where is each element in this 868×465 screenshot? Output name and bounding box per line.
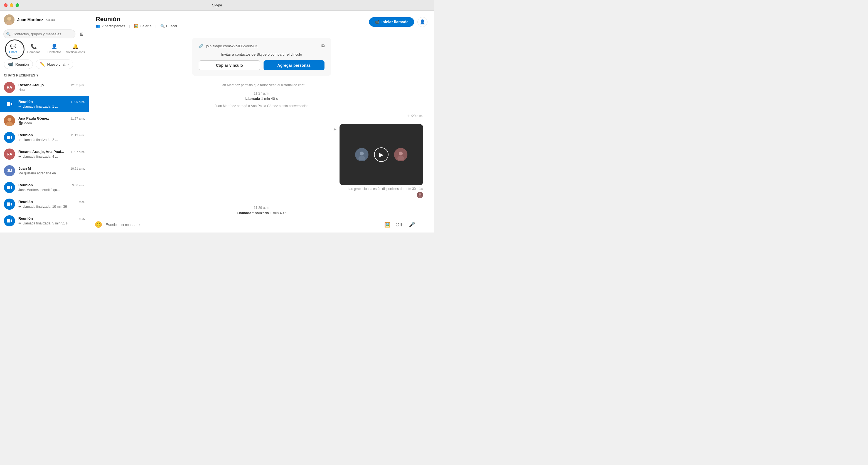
chat-preview-row-rosane-ana: ↩ Llamada finalizada: 4 ... [19,154,85,159]
gif-button[interactable]: GIF [395,220,404,229]
chat-time-reunion4: mar. [79,200,85,204]
user-name-balance: Juan Martínez $0.00 [17,18,55,22]
chat-name-ana: Ana Paula Gómez [19,116,49,121]
meeting-video-icon-2 [6,134,12,140]
chat-top-ana: Ana Paula Gómez 11:27 a.m. [19,116,85,121]
chat-header-right: 📹 Iniciar llamada 👤 [369,17,428,27]
chats-section-chevron: ▾ [36,73,38,77]
chat-header: Reunión 👥 2 participantes | 🖼️ Galería |… [89,10,434,32]
chat-top-rosane: Rosane Araujo 12:53 p.m. [19,83,85,87]
chat-preview-ana: video [24,121,32,125]
recording-note: Las grabaciones están disponibles durant… [340,187,423,191]
tab-llamadas[interactable]: 📞 Llamadas [23,41,44,56]
chat-avatar-reunion5 [4,215,15,226]
chat-item-ana[interactable]: Ana Paula Gómez 11:27 a.m. 🎥 video [0,112,89,129]
tab-chats[interactable]: 💬 Chats [3,41,23,56]
search-input[interactable] [3,30,75,38]
recording-note-text: Las grabaciones están disponibles durant… [340,187,423,191]
message-input[interactable] [105,221,380,229]
video-avatar-2 [394,148,407,161]
more-options-button[interactable]: ··· [81,17,85,22]
participants-label: 2 participantes [101,24,125,28]
call-icon: 📹 [375,20,379,24]
chat-item-rosane-ana[interactable]: RA Rosane Araujo, Ana Paul... 11:07 a.m.… [0,146,89,162]
chat-time-reunion3: 9:06 a.m. [72,184,85,187]
reunion-icon: 📹 [8,62,13,67]
video-timestamp: 11:29 a.m. [100,114,423,118]
chat-item-reunion4[interactable]: Reunión mar. ↩ Llamada finalizada: 10 mi… [0,196,89,212]
reunion-label: Reunión [15,62,29,66]
tab-contactos[interactable]: 👤 Contactos [44,41,65,56]
image-attachment-button[interactable]: 🖼️ [383,220,392,229]
chat-content-reunion3: Reunión 9:06 a.m. Juan Martínez permitió… [19,183,85,192]
participants-item[interactable]: 👥 2 participantes [96,24,125,28]
chat-preview-row-reunion1: ↩ Llamada finalizada: 1 ... [19,104,85,108]
close-button[interactable] [4,3,7,7]
meeting-video-icon-4 [6,201,12,207]
svg-rect-14 [7,219,10,223]
grid-button[interactable]: ⊞ [78,30,86,38]
copy-icon[interactable]: ⧉ [321,43,324,48]
chat-content-rosane: Rosane Araujo 12:53 p.m. Hola [19,83,85,92]
tab-notificaciones[interactable]: 🔔 Notificaciones [65,41,86,56]
nuevo-chat-button[interactable]: ✏️ Nuevo chat ▾ [36,60,73,69]
reply-icon-3: ↩ [19,154,22,159]
chat-name-reunion4: Reunión [19,200,33,204]
chat-time-reunion2: 11:19 a.m. [70,133,85,137]
chat-item-juan-m[interactable]: JM Juan M 10:21 a.m. Me gustaría agregar… [0,162,89,179]
chat-item-reunion5[interactable]: Reunión mar. ↩ Llamada finalizada: 5 min… [0,212,89,229]
emoji-button[interactable]: 😊 [95,221,102,228]
chat-time-rosane: 12:53 p.m. [70,84,85,87]
message-input-area: 😊 🖼️ GIF 🎤 ··· [89,217,434,232]
chats-section-title: CHATS RECIENTES [4,73,35,77]
nuevo-chat-label: Nuevo chat [47,62,65,66]
avatar-svg [4,14,14,25]
play-button[interactable]: ▶ [374,147,389,162]
chat-time-rosane-ana: 11:07 a.m. [70,150,85,154]
meeting-video-icon-5 [6,218,12,224]
chat-avatar-reunion4 [4,199,15,210]
maximize-button[interactable] [16,3,19,7]
chat-avatar-juan-m: JM [4,165,15,176]
chat-item-rosane[interactable]: RA Rosane Araujo 12:53 p.m. Hola [0,79,89,96]
video-avatar-1 [355,148,368,161]
chat-content-juan-m: Juan M 10:21 a.m. Me gustaría agregarte … [19,166,85,175]
reply-icon-5: ↩ [19,221,22,225]
more-input-options-button[interactable]: ··· [420,220,429,229]
video-icon-small: 🎥 [19,121,23,125]
call-duration-val-1: 1 min 40 s [261,97,278,101]
gallery-item[interactable]: 🖼️ Galería [134,24,152,28]
chat-name-reunion3: Reunión [19,183,33,187]
iniciar-llamada-button[interactable]: 📹 Iniciar llamada [369,17,414,27]
chat-top-reunion3: Reunión 9:06 a.m. [19,183,85,187]
reunion-button[interactable]: 📹 Reunión [4,60,33,69]
link-icon: 🔗 [199,44,203,48]
copy-link-button[interactable]: Copiar vínculo [199,60,260,70]
chats-icon: 💬 [10,43,16,49]
avatar[interactable] [4,14,14,25]
video-card[interactable]: ▶ [340,124,423,185]
minimize-button[interactable] [10,3,13,7]
video-card-wrapper: ➤ ▶ [100,124,423,198]
call-title-1: Llamada [245,97,260,101]
search-meta-item[interactable]: 🔍 Buscar [160,24,177,28]
chat-item-reunion2[interactable]: Reunión 11:19 a.m. ↩ Llamada finalizada:… [0,129,89,146]
chat-item-reunion1[interactable]: Reunión 11:29 a.m. ↩ Llamada finalizada:… [0,96,89,112]
small-avatar [417,192,423,198]
svg-rect-10 [7,186,10,189]
invite-panel: 🔗 join.skype.com/w2cJD6bVeWuK ⧉ Invitar … [192,38,331,76]
nav-tabs: 💬 Chats 📞 Llamadas 👤 Contactos 🔔 Notific… [0,41,89,56]
gallery-label: Galería [140,24,152,28]
chat-preview-rosane: Hola [19,88,25,92]
profile-icon: 👤 [420,19,425,25]
chat-time-reunion1: 11:29 a.m. [70,100,85,103]
microphone-button[interactable]: 🎤 [407,220,416,229]
chat-avatar-rosane-ana: RA [4,148,15,160]
profile-button[interactable]: 👤 [417,17,428,27]
add-people-button[interactable]: Agregar personas [264,60,324,70]
participants-icon: 👥 [96,24,100,28]
search-bar: 🔍 ⊞ [0,28,89,41]
chat-item-reunion3[interactable]: Reunión 9:06 a.m. Juan Martínez permitió… [0,179,89,196]
meta-sep-1: | [129,24,130,28]
chat-name-reunion5: Reunión [19,217,33,221]
